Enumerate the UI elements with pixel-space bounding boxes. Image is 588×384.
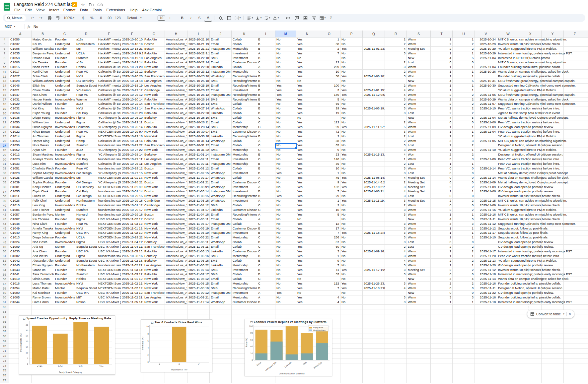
cell[interactable] (542, 368, 564, 373)
cell[interactable]: Palo Alto (143, 97, 165, 102)
cell[interactable] (363, 213, 385, 217)
cell[interactable]: 1 (453, 148, 475, 153)
cell[interactable]: Warm (407, 139, 431, 144)
cell[interactable] (431, 373, 453, 378)
cell[interactable]: 17 (318, 226, 340, 231)
cell[interactable]: 2025-10-27 15:2 (121, 171, 143, 176)
cell[interactable]: Warm (407, 70, 431, 74)
cell[interactable]: 2 (431, 134, 453, 139)
cell[interactable]: 2025-10-19 9:11 (121, 51, 143, 56)
cell[interactable]: CalHacks @ Berkeley (97, 106, 121, 111)
cell[interactable]: Meeting Set (407, 199, 431, 203)
cell[interactable]: America/New_York (165, 300, 187, 305)
cell[interactable] (586, 363, 588, 368)
cell[interactable]: 2025-10-26 12:1 (187, 88, 210, 93)
cell[interactable]: C1038 (9, 116, 32, 120)
cell[interactable]: WhatsApp (210, 199, 232, 203)
cell[interactable]: Yes (340, 282, 363, 286)
cell[interactable]: Ramp (75, 139, 97, 144)
cell[interactable]: Yes (296, 65, 318, 70)
cell[interactable]: C (257, 203, 275, 208)
column-header-T[interactable]: T (431, 31, 453, 37)
cell[interactable]: No (340, 79, 363, 84)
cell[interactable]: 2025-10-26 11:3 (121, 162, 143, 166)
cell[interactable]: 2025-10-29 18:1 (121, 213, 143, 217)
cell[interactable]: 2 (431, 245, 453, 249)
column-header-X[interactable]: X (519, 31, 542, 37)
cell[interactable]: 5 (453, 116, 475, 120)
cell[interactable]: 1 (318, 37, 340, 42)
cell[interactable]: Email (210, 245, 232, 249)
cell[interactable]: America/New_York (165, 189, 187, 194)
cell[interactable]: 2025-11-11 17:1 (363, 125, 385, 130)
cell[interactable]: No (275, 47, 296, 51)
cell[interactable] (363, 324, 385, 329)
row-header-11[interactable]: 11 (0, 70, 9, 74)
cell[interactable]: 2025-10-29 18:2 (121, 134, 143, 139)
cell[interactable]: 2025-11-14 6:20 (363, 180, 385, 185)
cell[interactable]: 2025-11-06 10:2 (363, 74, 385, 79)
row-header-61[interactable]: 61 (0, 300, 9, 305)
cell[interactable] (385, 334, 407, 339)
cell[interactable]: Palo Alto (143, 111, 165, 116)
cell[interactable]: 2025-11-06 (475, 120, 497, 125)
cell[interactable] (586, 378, 588, 383)
cell[interactable]: No (275, 143, 296, 148)
cell[interactable]: 4 (385, 153, 407, 157)
cell[interactable]: 2025-10-22 20:3 (187, 65, 210, 70)
cell[interactable]: 2025-10-29 22:3 (121, 143, 143, 148)
cell[interactable]: 2 (385, 60, 407, 65)
cell[interactable]: Investor/Advisor (54, 295, 75, 300)
cell[interactable]: 2025-11-20 (475, 263, 497, 268)
cell[interactable]: C1033 (9, 162, 32, 166)
cell[interactable]: Felix Choi (32, 199, 54, 203)
cell[interactable] (586, 344, 588, 349)
cell[interactable]: C (257, 235, 275, 240)
cell[interactable] (564, 344, 586, 349)
cell[interactable] (519, 324, 542, 329)
cell[interactable]: America/New_York (165, 208, 187, 213)
cell[interactable]: Wants data on campus challenges; asked f… (497, 97, 519, 102)
cell[interactable]: Founder (54, 111, 75, 116)
cell[interactable]: 2025-11-03 17:2 (121, 222, 143, 226)
cell[interactable] (363, 344, 385, 349)
cell[interactable]: No (340, 37, 363, 42)
cell[interactable]: Instagram DM (210, 162, 232, 166)
cell[interactable]: No (340, 171, 363, 176)
cell[interactable] (275, 305, 296, 310)
cell[interactable]: Customer Discovery (232, 130, 257, 134)
cell[interactable]: 0 (431, 166, 453, 171)
cell[interactable]: 1 (431, 300, 453, 305)
cell[interactable]: 3 (385, 282, 407, 286)
row-header-57[interactable]: 57 (0, 282, 9, 286)
cell[interactable]: Sequoia Scout (75, 259, 97, 263)
cell[interactable]: Founder (54, 222, 75, 226)
row-header-16[interactable]: 16 (0, 93, 9, 97)
cell[interactable] (564, 88, 586, 93)
cell[interactable]: Waymo (75, 97, 97, 102)
cell[interactable] (586, 125, 588, 130)
cell[interactable]: America/New_York (165, 166, 187, 171)
cell[interactable] (232, 314, 257, 319)
cell[interactable]: founders.inc salon (97, 189, 121, 194)
cell[interactable]: 2 (431, 102, 453, 106)
cell[interactable]: Interested in mentorship; prefers early … (497, 249, 519, 254)
cell[interactable]: Mentorship (232, 162, 257, 166)
cell[interactable]: Instagram DM (210, 222, 232, 226)
cell[interactable] (275, 378, 296, 383)
redo-button[interactable]: ↷ (37, 15, 45, 21)
cell[interactable]: Yes (340, 106, 363, 111)
cell[interactable]: America/Los_Angeles (165, 157, 187, 162)
cell[interactable]: 2 (453, 42, 475, 47)
cell[interactable] (385, 339, 407, 344)
row-header-67[interactable]: 67 (0, 329, 9, 334)
cell[interactable]: Kenji Fischer (32, 185, 54, 190)
cell[interactable] (407, 358, 431, 363)
cell[interactable] (475, 334, 497, 339)
cell[interactable]: 2025-10-30 18:2 (187, 134, 210, 139)
cell[interactable]: Undergrad (54, 42, 75, 47)
cell[interactable]: Customer Discovery (232, 226, 257, 231)
cell[interactable]: Mentor (54, 157, 75, 162)
cell[interactable]: Rhea Brown (32, 130, 54, 134)
cell[interactable]: 2025-11-06 11:1 (187, 240, 210, 245)
